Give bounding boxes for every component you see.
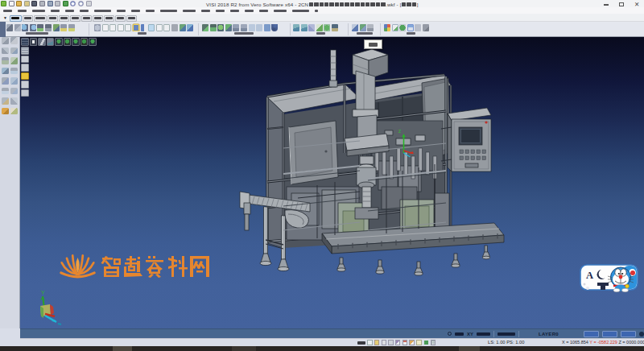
svg-text:Z: Z <box>398 129 401 134</box>
svg-text:A: A <box>586 270 593 281</box>
svg-text:Y: Y <box>41 290 45 295</box>
